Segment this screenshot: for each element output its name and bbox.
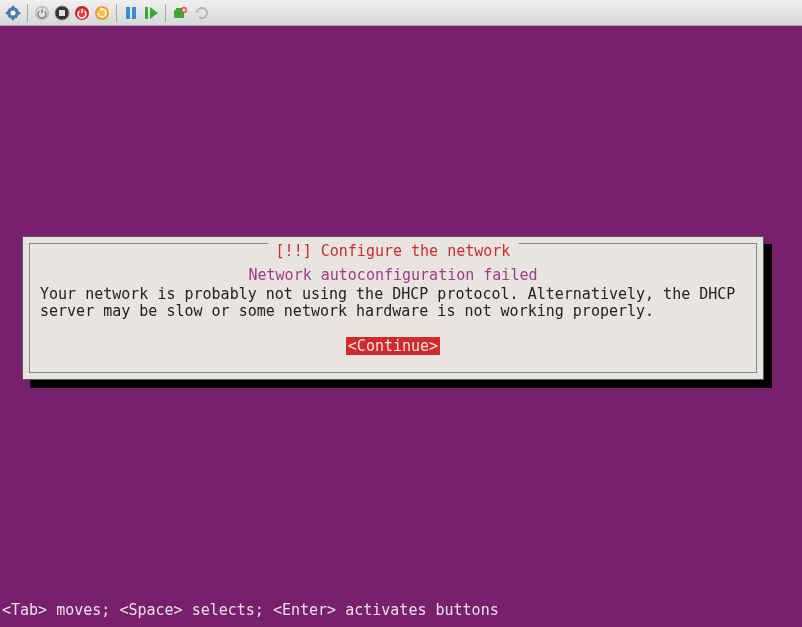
shutdown-icon[interactable] xyxy=(73,4,91,22)
button-row: <Continue> xyxy=(40,337,746,355)
installer-screen: [!!] Configure the network Network autoc… xyxy=(0,26,802,627)
svg-rect-11 xyxy=(132,7,136,19)
pause-icon[interactable] xyxy=(122,4,140,22)
continue-button[interactable]: <Continue> xyxy=(346,337,440,355)
toolbar-separator xyxy=(165,4,166,22)
svg-point-1 xyxy=(11,10,16,15)
svg-rect-5 xyxy=(59,10,65,16)
power-icon[interactable] xyxy=(33,4,51,22)
undo-icon[interactable] xyxy=(191,4,209,22)
dialog-border: [!!] Configure the network Network autoc… xyxy=(29,243,757,373)
toolbar-separator xyxy=(27,4,28,22)
toolbar-separator xyxy=(116,4,117,22)
svg-rect-12 xyxy=(145,7,148,19)
settings-icon[interactable] xyxy=(4,4,22,22)
error-heading: Network autoconfiguration failed xyxy=(40,266,746,284)
help-bar: <Tab> moves; <Space> selects; <Enter> ac… xyxy=(0,601,499,619)
play-icon[interactable] xyxy=(142,4,160,22)
snapshot-icon[interactable] xyxy=(171,4,189,22)
stop-icon[interactable] xyxy=(53,4,71,22)
svg-rect-10 xyxy=(126,7,130,19)
dialog-title: [!!] Configure the network xyxy=(268,242,519,260)
network-config-dialog: [!!] Configure the network Network autoc… xyxy=(22,236,764,380)
vm-toolbar xyxy=(0,0,802,26)
error-message: Your network is probably not using the D… xyxy=(40,286,746,319)
restart-icon[interactable] xyxy=(93,4,111,22)
dialog-body: Network autoconfiguration failed Your ne… xyxy=(30,244,756,365)
